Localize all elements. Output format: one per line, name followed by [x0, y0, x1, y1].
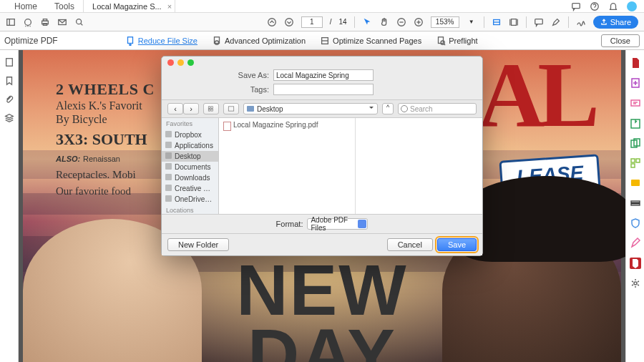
protect-icon[interactable] — [630, 217, 641, 229]
format-select[interactable]: Adobe PDF Files — [307, 218, 368, 230]
save-dialog: Save As: Tags: ‹ › Desktop ^ Search Favo… — [161, 56, 483, 256]
traffic-min-icon[interactable] — [177, 59, 184, 66]
cancel-button[interactable]: Cancel — [387, 238, 433, 251]
sidebar-toggle-icon[interactable] — [6, 17, 16, 27]
group-button[interactable] — [223, 103, 239, 114]
mail-icon[interactable] — [57, 17, 67, 27]
edit-pdf-icon[interactable] — [630, 97, 641, 109]
optimize-title: Optimize PDF — [4, 36, 58, 46]
advanced-optimization-button[interactable]: Advanced Optimization — [212, 36, 306, 46]
preflight-label: Preflight — [449, 36, 477, 45]
create-pdf-icon[interactable] — [630, 77, 641, 89]
scanned-label: Optimize Scanned Pages — [333, 36, 421, 45]
save-icon[interactable] — [23, 17, 33, 27]
save-as-label: Save As: — [169, 71, 269, 79]
svg-point-9 — [77, 19, 82, 24]
sidebar-item-documents[interactable]: Documents — [162, 162, 218, 172]
more-tools-icon[interactable] — [630, 278, 641, 289]
page-number-input[interactable]: 1 — [301, 16, 323, 28]
traffic-max-icon[interactable] — [187, 59, 194, 66]
combine-icon[interactable] — [630, 137, 641, 149]
sidebar: Favorites Dropbox Applications Desktop D… — [162, 118, 219, 214]
view-mode-button[interactable] — [203, 103, 219, 114]
save-button[interactable]: Save — [437, 238, 477, 251]
tags-label: Tags: — [169, 85, 269, 94]
comment-tool-icon[interactable] — [630, 117, 641, 129]
close-button[interactable]: Close — [601, 34, 640, 47]
svg-rect-20 — [511, 19, 516, 25]
zoom-out-icon[interactable] — [396, 17, 406, 27]
redact-icon[interactable] — [630, 197, 641, 209]
new-folder-button[interactable]: New Folder — [167, 238, 229, 251]
svg-line-10 — [81, 23, 83, 25]
sidebar-item-downloads[interactable]: Downloads — [162, 172, 218, 183]
svg-rect-33 — [631, 100, 640, 106]
zoom-icon[interactable] — [74, 17, 84, 27]
save-as-input[interactable] — [273, 69, 374, 81]
headline-2b: By Bicycle — [56, 112, 155, 126]
svg-point-12 — [285, 18, 293, 26]
avatar[interactable] — [627, 1, 637, 11]
fill-sign-icon[interactable] — [630, 238, 641, 249]
tab-tools[interactable]: Tools — [46, 0, 83, 12]
nav-back-button[interactable]: ‹ — [167, 103, 183, 114]
file-column[interactable]: Local Magazine Spring.pdf — [219, 118, 356, 214]
optimize-toolbar: Optimize PDF Reduce File Size Advanced O… — [0, 31, 644, 50]
bell-icon[interactable] — [608, 1, 618, 11]
also-label: ALSO: — [56, 155, 80, 163]
organize-icon[interactable] — [630, 157, 641, 169]
search-input[interactable]: Search — [398, 103, 477, 114]
left-rail — [0, 50, 19, 362]
tab-home[interactable]: Home — [6, 0, 46, 12]
tags-input[interactable] — [273, 84, 374, 95]
file-item[interactable]: Local Magazine Spring.pdf — [223, 121, 351, 129]
sidebar-item-applications[interactable]: Applications — [162, 140, 218, 151]
sidebar-item-onedrive[interactable]: OneDrive - Ad... — [162, 194, 218, 205]
preview-column — [356, 118, 483, 214]
optimize-scanned-button[interactable]: Optimize Scanned Pages — [320, 36, 421, 46]
select-tool-icon[interactable] — [362, 17, 372, 27]
headline-2a: Alexis K.'s Favorit — [56, 99, 155, 112]
zoom-dropdown-icon[interactable]: ▼ — [467, 17, 477, 27]
page-up-icon[interactable] — [267, 17, 277, 27]
svg-rect-46 — [208, 107, 210, 109]
format-label: Format: — [276, 220, 303, 228]
bookmark-icon[interactable] — [4, 76, 14, 86]
share-button[interactable]: Share — [593, 16, 638, 29]
layers-icon[interactable] — [4, 113, 14, 123]
preflight-button[interactable]: Preflight — [436, 36, 477, 46]
zoom-level-input[interactable]: 153% — [431, 16, 459, 28]
sign-icon[interactable] — [576, 17, 586, 27]
thumbnails-icon[interactable] — [4, 57, 14, 67]
fit-page-icon[interactable] — [509, 17, 519, 27]
note-icon[interactable] — [630, 177, 641, 189]
reduce-file-size-button[interactable]: Reduce File Size — [125, 36, 197, 46]
attachment-icon[interactable] — [4, 94, 14, 104]
tab-document[interactable]: Local Magazine S... × — [83, 0, 175, 12]
help-icon[interactable] — [590, 1, 600, 11]
optimize-tool-icon[interactable] — [630, 258, 641, 269]
expand-button[interactable]: ^ — [382, 103, 394, 114]
svg-rect-41 — [631, 164, 635, 167]
zoom-in-icon[interactable] — [414, 17, 424, 27]
chat-icon[interactable] — [571, 1, 581, 11]
dialog-titlebar[interactable] — [162, 57, 482, 68]
traffic-close-icon[interactable] — [167, 59, 174, 66]
sidebar-item-dropbox[interactable]: Dropbox — [162, 129, 218, 140]
close-tab-icon[interactable]: × — [167, 2, 172, 11]
sidebar-item-creative-cloud[interactable]: Creative Cloud... — [162, 183, 218, 194]
location-select[interactable]: Desktop — [243, 103, 378, 114]
also-2: Receptacles. Mobi — [56, 168, 155, 182]
doc-headlines: 2 WHEELS C Alexis K.'s Favorit By Bicycl… — [56, 80, 155, 198]
fit-width-icon[interactable] — [492, 17, 502, 27]
page-down-icon[interactable] — [284, 17, 294, 27]
comment-icon[interactable] — [534, 17, 544, 27]
export-pdf-icon[interactable] — [630, 57, 641, 69]
sidebar-item-desktop[interactable]: Desktop — [162, 151, 218, 162]
doc-brand: AL — [477, 57, 592, 132]
nav-fwd-button[interactable]: › — [183, 103, 199, 114]
print-icon[interactable] — [40, 17, 50, 27]
hand-tool-icon[interactable] — [379, 17, 389, 27]
svg-rect-2 — [7, 19, 15, 25]
highlight-icon[interactable] — [551, 17, 561, 27]
